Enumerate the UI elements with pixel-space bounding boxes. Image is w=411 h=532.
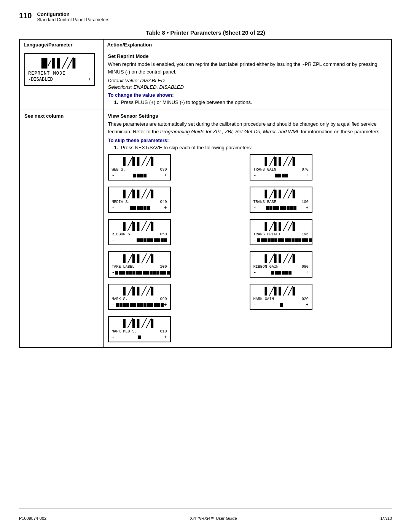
reprint-display: █∕▌▌╱╱▌ REPRINT MODE -DISABLED + [24, 53, 95, 86]
lcd-label-row: RIBBON GAIN 080 [253, 265, 309, 269]
bar-segment [288, 238, 291, 242]
col-header-right: Action/Explanation [103, 39, 392, 50]
bar-segment [261, 238, 264, 242]
sensor-value: 040 [160, 200, 167, 204]
bar-segment [275, 271, 278, 275]
lcd-display-trans_base: ▌╱▌▌╱╱▌ TRANS BASE 100 - + [250, 187, 312, 213]
bar-segment [271, 271, 274, 275]
plus-char: + [306, 173, 309, 178]
bar-segment [282, 271, 285, 275]
bar-segment [293, 206, 296, 210]
bar-segment [119, 271, 122, 275]
bar-segment [140, 303, 143, 307]
lcd-bar-row: - + [253, 173, 309, 178]
lcd-display-ribbon_gain: ▌╱▌▌╱╱▌ RIBBON GAIN 080 - + [250, 251, 312, 278]
bar-segment [140, 174, 143, 177]
lcd-display-ribbon_s: ▌╱▌▌╱╱▌ RIBBON S. 050 - [108, 219, 171, 245]
lcd-display-trans_bright: ▌╱▌▌╱╱▌ TRANS BRIGHT 196 - [250, 219, 312, 245]
bar-segment [164, 238, 167, 242]
reprint-section-body: When reprint mode is enabled, you can re… [108, 61, 387, 75]
bar-group [138, 335, 141, 339]
sensor-label: MEDIA S. [112, 200, 130, 204]
bar-group [271, 271, 292, 275]
reprint-left-cell: █∕▌▌╱╱▌ REPRINT MODE -DISABLED + [19, 50, 103, 110]
sensor-value: 030 [160, 168, 167, 172]
bar-segment [129, 271, 132, 275]
dash-char: - [253, 302, 256, 308]
reprint-label1: REPRINT MODE [28, 71, 91, 76]
bar-segment [116, 303, 119, 307]
reprint-plus: + [88, 77, 91, 82]
sensor-label: WEB S. [112, 168, 126, 172]
bar-segment [290, 206, 293, 210]
see-next-label: See next column [24, 113, 64, 119]
bar-segment [160, 271, 163, 275]
bar-segment [281, 238, 284, 242]
bar-group [275, 174, 288, 177]
bar-segment [287, 206, 290, 210]
sensor-label: TRANS BASE [253, 200, 276, 204]
bar-segment [292, 238, 295, 242]
lcd-bar-row: - + [112, 173, 167, 178]
bar-segment [122, 271, 125, 275]
bar-group [137, 238, 167, 242]
bar-segment [140, 238, 143, 242]
sensor-value: 050 [160, 232, 167, 236]
bar-segment [133, 303, 136, 307]
bar-segment [275, 174, 278, 177]
dash-char: - [112, 334, 115, 340]
bar-segment [285, 174, 288, 177]
bar-segment [126, 271, 129, 275]
table-title: Table 8 • Printer Parameters (Sheet 20 o… [19, 29, 392, 36]
lcd-display-web_s: ▌╱▌▌╱╱▌ WEB S. 030 - + [108, 154, 171, 181]
sensor-cell-mark_s: ▌╱▌▌╱╱▌ MARK S. 090 - + [108, 284, 245, 312]
bar-segment [115, 271, 118, 275]
reprint-selections: Selections: ENABLED, DISABLED [108, 84, 387, 90]
bar-segment [150, 303, 153, 307]
dash-char: - [253, 173, 256, 178]
sensor-value: 090 [160, 297, 167, 301]
dash-char: - [112, 302, 115, 308]
bar-segment [123, 303, 126, 307]
bar-segment [146, 271, 149, 275]
bar-segment [295, 238, 298, 242]
dash-char: - [112, 173, 115, 178]
lcd-icon: ▌╱▌▌╱╱▌ [264, 286, 297, 296]
bar-segment [133, 174, 136, 177]
page-footer: P1009874-002 Xi4™/RXi4™ User Guide 1/7/1… [19, 508, 392, 521]
sensor-left-cell: See next column [19, 110, 103, 348]
lcd-label-row: TAKE LABEL 100 [112, 265, 167, 269]
bar-segment [161, 303, 164, 307]
bar-segment [273, 206, 276, 210]
dash-char: - [112, 270, 115, 275]
dash-char: - [253, 237, 256, 243]
bar-group [266, 206, 296, 210]
plus-char: + [164, 334, 167, 340]
reprint-lcd-icon: █∕▌▌╱╱▌ [28, 57, 91, 69]
lcd-icon: ▌╱▌▌╱╱▌ [264, 221, 297, 232]
plus-char: + [164, 302, 167, 308]
bar-segment [264, 238, 267, 242]
bar-segment [147, 238, 150, 242]
footer-left: P1009874-002 [19, 516, 46, 521]
lcd-icon-row: ▌╱▌▌╱╱▌ [112, 221, 167, 232]
lcd-label-row: TRANS BASE 100 [253, 200, 309, 204]
bar-segment [156, 271, 159, 275]
reprint-section-title: Set Reprint Mode [108, 53, 387, 59]
bar-segment [266, 206, 269, 210]
plus-char: + [306, 205, 309, 211]
lcd-label-row: MARK S. 090 [112, 297, 167, 301]
sensor-cell-take_label: ▌╱▌▌╱╱▌ TAKE LABEL 100 - [108, 251, 245, 279]
lcd-icon-row: ▌╱▌▌╱╱▌ [253, 221, 309, 232]
reprint-right-cell: Set Reprint Mode When reprint mode is en… [103, 50, 392, 110]
bar-segment [157, 303, 160, 307]
bar-segment [154, 238, 157, 242]
plus-char: + [164, 205, 167, 211]
bar-segment [143, 206, 147, 210]
header-title: Configuration [37, 11, 109, 17]
sensor-cell-media_s: ▌╱▌▌╱╱▌ MEDIA S. 040 - + [108, 187, 245, 214]
lcd-icon-row: ▌╱▌▌╱╱▌ [112, 189, 167, 199]
lcd-icon-row: ▌╱▌▌╱╱▌ [112, 157, 167, 167]
lcd-icon-row: ▌╱▌▌╱╱▌ [112, 318, 167, 329]
footer-right: 1/7/10 [380, 516, 392, 521]
